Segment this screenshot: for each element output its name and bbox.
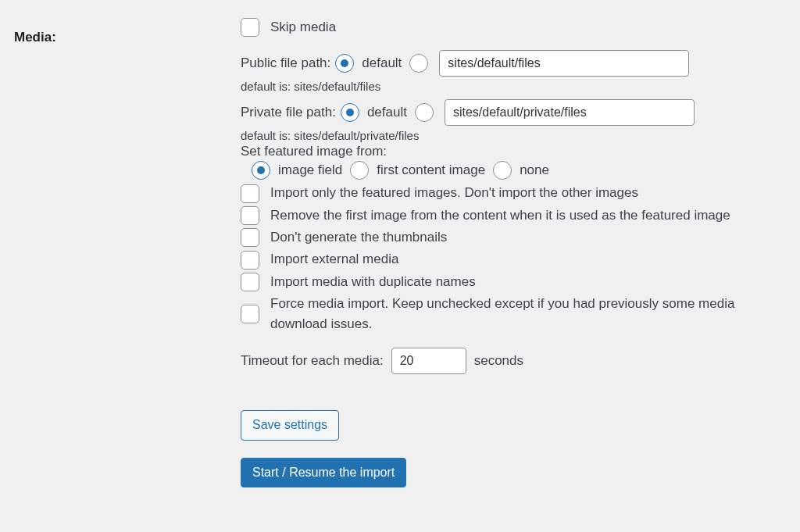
remove-first-checkbox[interactable] bbox=[241, 206, 259, 225]
no-thumbnails-label: Don't generate the thumbnails bbox=[270, 227, 447, 248]
timeout-label: Timeout for each media: bbox=[241, 353, 384, 369]
duplicate-names-checkbox[interactable] bbox=[241, 273, 259, 291]
private-path-default-radio-label: default bbox=[367, 105, 407, 120]
private-path-label: Private file path: bbox=[241, 105, 336, 120]
public-path-hint: default is: sites/default/files bbox=[241, 80, 786, 93]
skip-media-checkbox[interactable] bbox=[241, 18, 259, 37]
external-media-label: Import external media bbox=[270, 249, 398, 270]
private-path-hint: default is: sites/default/private/files bbox=[241, 129, 786, 142]
section-label: Media: bbox=[14, 16, 241, 487]
timeout-input[interactable] bbox=[391, 348, 466, 374]
no-thumbnails-checkbox[interactable] bbox=[241, 228, 259, 247]
featured-legend: Set featured image from: bbox=[241, 144, 786, 159]
featured-image-field-label: image field bbox=[278, 162, 342, 178]
force-import-checkbox[interactable] bbox=[241, 305, 259, 323]
media-settings: Skip media Public file path: default def… bbox=[241, 16, 786, 487]
timeout-unit: seconds bbox=[474, 353, 523, 369]
featured-none-label: none bbox=[520, 162, 549, 178]
private-path-input[interactable] bbox=[445, 99, 695, 126]
featured-first-content-radio[interactable] bbox=[350, 161, 369, 180]
public-path-custom-radio[interactable] bbox=[409, 54, 428, 73]
duplicate-names-label: Import media with duplicate names bbox=[270, 272, 476, 292]
public-path-input[interactable] bbox=[439, 50, 689, 77]
public-path-label: Public file path: bbox=[241, 55, 330, 71]
private-path-default-radio[interactable] bbox=[341, 103, 359, 122]
public-path-default-radio-label: default bbox=[362, 55, 402, 71]
skip-media-label: Skip media bbox=[270, 17, 336, 37]
featured-image-field-radio[interactable] bbox=[252, 161, 270, 180]
public-path-default-radio[interactable] bbox=[335, 54, 354, 73]
only-featured-checkbox[interactable] bbox=[241, 184, 259, 203]
only-featured-label: Import only the featured images. Don't i… bbox=[270, 183, 638, 203]
remove-first-label: Remove the first image from the content … bbox=[270, 205, 730, 226]
external-media-checkbox[interactable] bbox=[241, 251, 259, 270]
save-settings-button[interactable]: Save settings bbox=[241, 410, 339, 441]
private-path-custom-radio[interactable] bbox=[415, 103, 434, 122]
start-import-button[interactable]: Start / Resume the import bbox=[241, 458, 406, 488]
featured-first-content-label: first content image bbox=[377, 162, 485, 178]
force-import-label: Force media import. Keep unchecked excep… bbox=[270, 294, 786, 335]
featured-none-radio[interactable] bbox=[493, 161, 512, 180]
